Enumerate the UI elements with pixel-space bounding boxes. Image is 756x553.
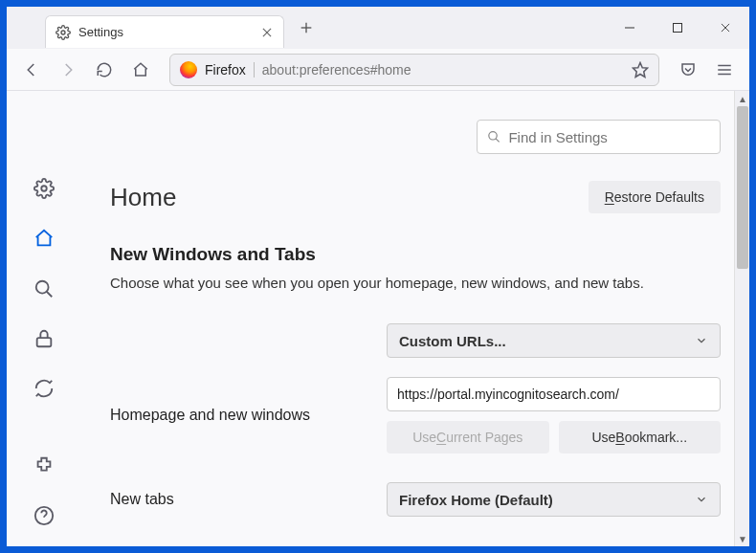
use-bookmark-button[interactable]: Use Bookmark...	[559, 421, 722, 453]
scroll-up-arrow[interactable]: ▲	[735, 91, 749, 106]
sidebar-sync[interactable]	[28, 377, 60, 400]
forward-button[interactable]	[53, 55, 83, 85]
content-area: Home Restore Defaults New Windows and Ta…	[7, 91, 749, 546]
home-button[interactable]	[125, 55, 156, 85]
firefox-icon	[180, 61, 197, 78]
reload-button[interactable]	[89, 55, 120, 85]
newtabs-label: New tabs	[110, 491, 364, 508]
svg-point-19	[489, 132, 497, 140]
dropdown-label: Firefox Home (Default)	[399, 492, 553, 508]
restore-defaults-button[interactable]: Restore Defaults	[589, 181, 721, 213]
navigation-bar: Firefox about:preferences#home	[7, 49, 749, 91]
window-controls	[606, 7, 749, 49]
minimize-button[interactable]	[606, 7, 654, 49]
pocket-button[interactable]	[673, 55, 703, 85]
settings-search[interactable]	[477, 120, 721, 154]
chevron-down-icon	[695, 493, 708, 506]
homepage-mode-dropdown[interactable]: Custom URLs...	[387, 323, 721, 358]
settings-sidebar	[7, 91, 81, 546]
address-bar[interactable]: Firefox about:preferences#home	[169, 54, 659, 86]
svg-rect-16	[37, 338, 52, 346]
sidebar-general[interactable]	[28, 177, 60, 200]
star-icon[interactable]	[632, 61, 649, 78]
scroll-down-arrow[interactable]: ▼	[735, 531, 749, 546]
identity-label: Firefox	[205, 62, 246, 77]
svg-point-14	[36, 280, 49, 293]
chevron-down-icon	[695, 334, 708, 347]
title-bar: Settings	[7, 7, 749, 49]
browser-tab-settings[interactable]: Settings	[45, 15, 284, 48]
newtabs-dropdown[interactable]: Firefox Home (Default)	[387, 482, 721, 517]
sidebar-search[interactable]	[28, 277, 60, 300]
homepage-label: Homepage and new windows	[110, 407, 364, 424]
svg-point-13	[41, 186, 47, 191]
use-current-pages-button[interactable]: Use Current Pages	[387, 421, 549, 453]
menu-button[interactable]	[709, 55, 740, 85]
vertical-scrollbar[interactable]: ▲ ▼	[734, 91, 749, 546]
svg-line-20	[496, 139, 500, 143]
sidebar-help[interactable]	[28, 504, 60, 527]
url-text: about:preferences#home	[254, 62, 411, 77]
tab-title: Settings	[78, 25, 253, 39]
svg-point-0	[61, 31, 65, 34]
page-title: Home	[110, 183, 176, 212]
settings-search-input[interactable]	[508, 129, 710, 145]
dropdown-label: Custom URLs...	[399, 333, 506, 349]
gear-icon	[56, 25, 71, 40]
svg-marker-9	[634, 62, 648, 77]
back-button[interactable]	[16, 55, 47, 85]
svg-rect-6	[674, 24, 682, 33]
close-window-button[interactable]	[701, 7, 749, 49]
new-tab-button[interactable]	[292, 13, 321, 42]
section-description: Choose what you see when you open your h…	[110, 275, 721, 291]
search-icon	[487, 129, 500, 144]
sidebar-home[interactable]	[28, 227, 60, 250]
sidebar-privacy[interactable]	[28, 327, 60, 350]
homepage-url-input[interactable]	[387, 377, 721, 411]
section-title: New Windows and Tabs	[110, 244, 721, 265]
svg-line-15	[47, 291, 53, 297]
close-icon[interactable]	[260, 26, 274, 39]
main-panel: Home Restore Defaults New Windows and Ta…	[81, 91, 749, 546]
maximize-button[interactable]	[654, 7, 701, 49]
scrollbar-thumb[interactable]	[737, 106, 748, 269]
sidebar-extensions[interactable]	[28, 453, 60, 476]
